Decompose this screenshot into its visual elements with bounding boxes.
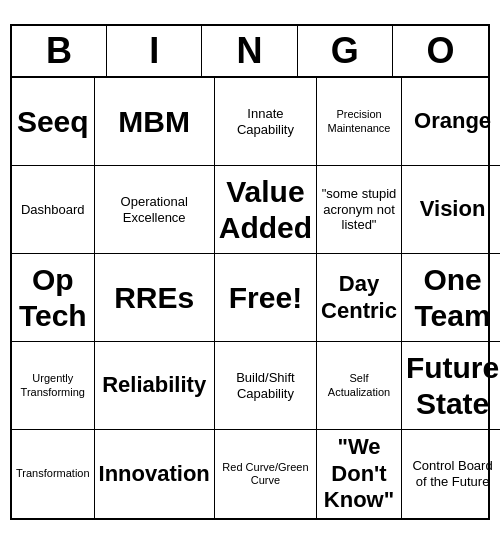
bingo-cell-3: Precision Maintenance [317,78,402,166]
bingo-cell-text-1: MBM [118,104,190,140]
bingo-cell-6: Operational Excellence [95,166,215,254]
bingo-cell-text-18: Self Actualization [321,372,397,398]
bingo-cell-21: Innovation [95,430,215,518]
bingo-cell-text-24: Control Board of the Future [406,458,499,489]
bingo-cell-text-22: Red Curve/Green Curve [219,461,312,487]
bingo-cell-1: MBM [95,78,215,166]
header-letter-g: G [298,26,393,76]
bingo-header: BINGO [12,26,488,78]
bingo-cell-text-23: "We Don't Know" [321,434,397,513]
bingo-cell-text-14: One Team [406,262,499,334]
bingo-cell-10: Op Tech [12,254,95,342]
bingo-cell-5: Dashboard [12,166,95,254]
bingo-cell-text-16: Reliability [102,372,206,398]
header-letter-b: B [12,26,107,76]
bingo-cell-0: Seeq [12,78,95,166]
bingo-cell-11: RREs [95,254,215,342]
bingo-cell-13: Day Centric [317,254,402,342]
bingo-cell-22: Red Curve/Green Curve [215,430,317,518]
header-letter-i: I [107,26,202,76]
bingo-cell-text-8: "some stupid acronym not listed" [321,186,397,233]
bingo-cell-text-12: Free! [229,280,302,316]
bingo-cell-15: Urgently Transforming [12,342,95,430]
bingo-cell-text-21: Innovation [99,461,210,487]
bingo-cell-9: Vision [402,166,500,254]
bingo-cell-text-20: Transformation [16,467,90,480]
bingo-cell-16: Reliability [95,342,215,430]
bingo-cell-text-15: Urgently Transforming [16,372,90,398]
bingo-cell-text-3: Precision Maintenance [321,108,397,134]
bingo-cell-19: Future State [402,342,500,430]
bingo-cell-text-13: Day Centric [321,271,397,324]
bingo-cell-text-2: Innate Capability [219,106,312,137]
bingo-cell-17: Build/Shift Capability [215,342,317,430]
bingo-cell-text-4: Orange [414,108,491,134]
bingo-cell-text-6: Operational Excellence [99,194,210,225]
bingo-grid: SeeqMBMInnate CapabilityPrecision Mainte… [12,78,488,518]
bingo-cell-text-19: Future State [406,350,499,422]
bingo-cell-text-9: Vision [420,196,486,222]
bingo-cell-12: Free! [215,254,317,342]
bingo-cell-text-11: RREs [114,280,194,316]
bingo-card: BINGO SeeqMBMInnate CapabilityPrecision … [10,24,490,520]
header-letter-o: O [393,26,488,76]
bingo-cell-text-5: Dashboard [21,202,85,218]
bingo-cell-14: One Team [402,254,500,342]
bingo-cell-7: Value Added [215,166,317,254]
header-letter-n: N [202,26,297,76]
bingo-cell-20: Transformation [12,430,95,518]
bingo-cell-4: Orange [402,78,500,166]
bingo-cell-18: Self Actualization [317,342,402,430]
bingo-cell-text-7: Value Added [219,174,312,246]
bingo-cell-2: Innate Capability [215,78,317,166]
bingo-cell-24: Control Board of the Future [402,430,500,518]
bingo-cell-8: "some stupid acronym not listed" [317,166,402,254]
bingo-cell-text-17: Build/Shift Capability [219,370,312,401]
bingo-cell-text-0: Seeq [17,104,89,140]
bingo-cell-23: "We Don't Know" [317,430,402,518]
bingo-cell-text-10: Op Tech [16,262,90,334]
